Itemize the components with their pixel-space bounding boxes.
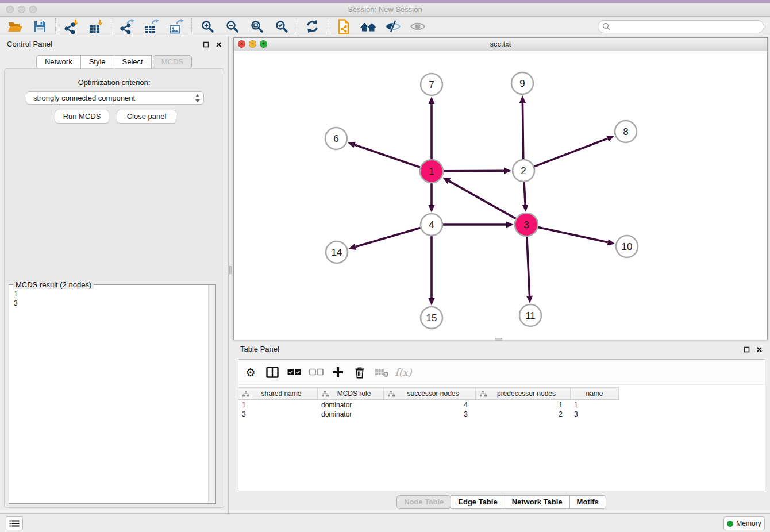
graph-edge-4-15[interactable] [428,236,434,306]
graph-node-9[interactable]: 9 [511,72,533,94]
graph-node-2[interactable]: 2 [513,160,534,182]
zoom-selected-button[interactable] [272,17,291,36]
table-cell[interactable]: 3 [238,410,318,419]
deselect-all-button[interactable] [307,364,325,381]
graph-edge-3-11[interactable] [526,237,533,303]
mcds-panel: Optimization criterion: strongly connect… [4,68,224,508]
add-column-button[interactable] [329,364,346,381]
network-maximize-button[interactable]: + [260,40,267,48]
column-header-successor-nodes[interactable]: successor nodes [384,388,476,399]
hide-selected-button[interactable] [383,17,403,36]
open-session-button[interactable] [6,17,25,36]
graph-node-6[interactable]: 6 [325,128,347,149]
table-cell[interactable]: 3 [571,410,619,419]
graph-edge-3-1[interactable] [442,178,516,219]
graph-node-3[interactable]: 3 [515,213,538,236]
graph-node-10[interactable]: 10 [616,236,638,257]
table-cell[interactable]: 2 [476,410,571,419]
show-all-button[interactable] [408,17,428,36]
search-field[interactable] [598,20,764,33]
graph-node-15[interactable]: 15 [421,307,442,329]
zoom-out-button[interactable] [222,17,242,36]
tab-node-table[interactable]: Node Table [396,495,451,509]
table-cell[interactable]: 1 [238,400,318,410]
tab-mcds[interactable]: MCDS [153,55,192,69]
save-session-button[interactable] [30,17,50,36]
graph-node-8[interactable]: 8 [615,121,637,142]
import-table-button[interactable] [86,17,106,36]
column-header-name[interactable]: name [571,388,619,399]
table-cell[interactable]: 1 [476,400,571,410]
column-header-predecessor-nodes[interactable]: predecessor nodes [476,388,571,399]
table-toolbar: ⚙ [238,360,765,385]
graph-node-1[interactable]: 1 [420,160,443,183]
panel-splitter-grip[interactable] [229,266,232,274]
maximize-window-button[interactable] [29,6,37,13]
table-row[interactable]: 1dominator411 [238,400,765,410]
float-table-panel-button[interactable] [742,345,750,353]
graph-edge-3-10[interactable] [538,227,615,245]
tab-edge-table[interactable]: Edge Table [451,495,505,509]
new-network-from-selection-button[interactable] [334,17,353,36]
export-image-button[interactable] [167,17,186,36]
delete-table-button[interactable] [373,364,390,381]
graph-edge-4-3[interactable] [443,221,514,228]
graph-edge-2-3[interactable] [522,182,529,212]
table-cell[interactable]: 4 [384,400,476,410]
zoom-fit-button[interactable] [247,17,267,36]
tab-style[interactable]: Style [80,55,114,69]
criterion-dropdown[interactable]: strongly connected component [26,91,204,105]
minimize-window-button[interactable] [18,6,25,13]
table-cell[interactable]: 1 [571,400,619,410]
tab-motifs[interactable]: Motifs [569,495,606,509]
mcds-result-list[interactable]: 1 3 [9,286,207,503]
network-close-button[interactable]: × [238,40,245,48]
close-mcds-panel-button[interactable]: Close panel [117,110,176,124]
close-panel-button[interactable] [214,40,222,48]
panel-selector-button[interactable] [6,516,23,530]
tab-network[interactable]: Network [36,55,81,69]
column-header-shared-name[interactable]: shared name [238,388,318,399]
import-network-button[interactable] [61,17,81,36]
first-neighbors-button[interactable] [359,17,378,36]
graph-edge-1-7[interactable] [428,97,434,159]
export-network-button[interactable] [117,17,137,36]
table-cell[interactable]: dominator [318,400,384,410]
graph-node-7[interactable]: 7 [421,74,442,95]
graph-edge-2-9[interactable] [519,95,526,159]
run-mcds-button[interactable]: Run MCDS [55,110,109,124]
show-columns-button[interactable] [264,364,281,381]
apply-layout-button[interactable] [303,17,322,36]
table-cell[interactable]: dominator [318,410,384,419]
graph-node-4[interactable]: 4 [421,214,442,236]
network-canvas[interactable]: 7968124314101511 [234,51,767,340]
function-builder-button[interactable]: f(x) [395,364,412,381]
mcds-result-scrollbar[interactable] [208,285,215,503]
search-input[interactable] [613,21,764,32]
export-table-button[interactable] [142,17,161,36]
table-row[interactable]: 3dominator323 [238,410,765,419]
graph-node-14[interactable]: 14 [326,241,348,263]
network-minimize-button[interactable]: − [249,40,256,48]
float-panel-button[interactable] [202,40,210,48]
tab-network-table[interactable]: Network Table [505,495,570,509]
select-all-button[interactable] [286,364,303,381]
graph-node-11[interactable]: 11 [519,304,541,326]
close-table-panel-button[interactable] [755,345,763,353]
close-window-button[interactable] [6,6,14,13]
graph-edge-2-8[interactable] [534,136,615,167]
zoom-in-button[interactable] [198,17,217,36]
graph-edge-1-4[interactable] [428,183,434,213]
graph-edge-1-6[interactable] [348,142,420,167]
canvas-splitter-grip[interactable] [495,338,502,341]
memory-button[interactable]: Memory [723,516,765,530]
network-window-titlebar[interactable]: × − + scc.txt [234,38,767,51]
tab-select[interactable]: Select [114,55,152,69]
column-header-MCDS-role[interactable]: MCDS role [318,388,384,399]
network-graph[interactable]: 7968124314101511 [234,51,767,340]
table-cell[interactable]: 3 [384,410,476,419]
table-settings-button[interactable]: ⚙ [242,364,259,381]
delete-column-button[interactable] [351,364,368,381]
graph-edge-4-14[interactable] [348,228,421,250]
graph-edge-1-2[interactable] [444,168,511,174]
